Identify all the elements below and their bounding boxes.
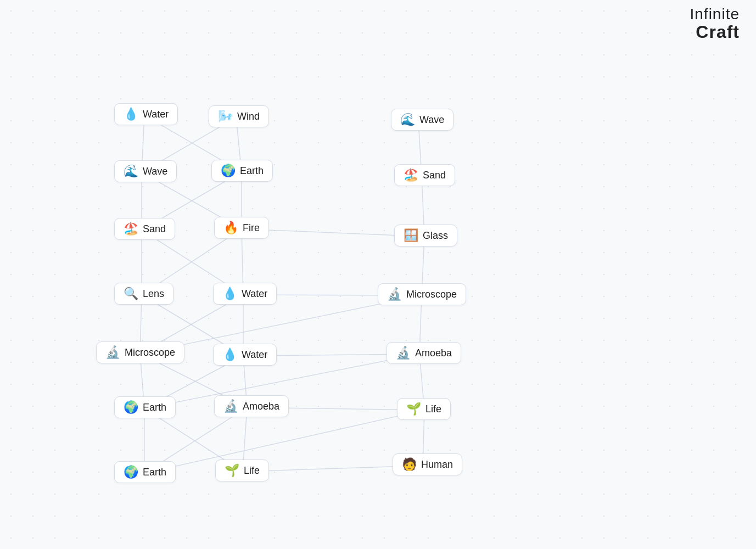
element-card-water1[interactable]: 💧Water [114, 103, 178, 125]
element-icon-wind1: 🌬️ [218, 110, 233, 122]
element-icon-human1: 🧑 [402, 458, 417, 470]
element-card-amoeba1[interactable]: 🔬Amoeba [214, 395, 289, 417]
element-icon-glass1: 🪟 [404, 229, 418, 242]
element-icon-earth3: 🌍 [124, 466, 138, 478]
element-card-life1[interactable]: 🌱Life [215, 460, 269, 481]
element-label-amoeba2: Amoeba [415, 348, 452, 359]
element-card-earth2[interactable]: 🌍Earth [114, 396, 176, 418]
logo-infinite: Infinite [690, 5, 740, 23]
element-label-water3: Water [242, 349, 267, 361]
element-label-water2: Water [242, 288, 267, 300]
element-card-wave1[interactable]: 🌊Wave [114, 160, 177, 182]
element-icon-microscope2: 🔬 [387, 288, 402, 300]
element-icon-wave1: 🌊 [124, 165, 138, 177]
element-icon-earth1: 🌍 [221, 165, 236, 177]
element-icon-life1: 🌱 [225, 464, 239, 477]
element-label-earth3: Earth [143, 467, 166, 478]
element-label-wind1: Wind [237, 111, 260, 122]
element-label-amoeba1: Amoeba [243, 401, 279, 412]
element-card-wave2[interactable]: 🌊Wave [391, 109, 453, 131]
element-label-wave1: Wave [143, 166, 167, 177]
element-label-fire1: Fire [243, 222, 260, 234]
element-icon-wave2: 🌊 [400, 114, 415, 126]
element-card-microscope1[interactable]: 🔬Microscope [96, 341, 184, 363]
element-card-life2[interactable]: 🌱Life [397, 398, 451, 420]
element-icon-earth2: 🌍 [124, 401, 138, 413]
element-label-earth1: Earth [240, 165, 264, 177]
element-card-earth1[interactable]: 🌍Earth [211, 160, 273, 182]
element-label-wave2: Wave [419, 114, 444, 126]
element-card-human1[interactable]: 🧑Human [393, 453, 462, 475]
element-card-lens1[interactable]: 🔍Lens [114, 283, 173, 305]
element-label-earth2: Earth [143, 402, 166, 413]
element-icon-amoeba2: 🔬 [396, 347, 411, 359]
element-label-sand1: Sand [143, 223, 166, 235]
element-icon-life2: 🌱 [406, 403, 421, 415]
element-card-earth3[interactable]: 🌍Earth [114, 461, 176, 483]
element-label-life1: Life [244, 465, 260, 477]
logo-craft: Craft [690, 23, 740, 41]
element-icon-amoeba1: 🔬 [223, 400, 238, 412]
element-card-sand1[interactable]: 🏖️Sand [114, 218, 175, 240]
element-label-life2: Life [425, 404, 441, 415]
app-logo: Infinite Craft [690, 5, 740, 41]
element-card-sand2[interactable]: 🏖️Sand [394, 164, 455, 186]
element-label-sand2: Sand [423, 170, 446, 181]
element-card-amoeba2[interactable]: 🔬Amoeba [387, 342, 461, 364]
element-icon-sand1: 🏖️ [124, 223, 138, 235]
element-icon-water2: 💧 [222, 288, 237, 300]
element-label-human1: Human [421, 459, 453, 470]
element-card-microscope2[interactable]: 🔬Microscope [378, 283, 466, 305]
element-icon-water1: 💧 [124, 108, 138, 120]
element-icon-sand2: 🏖️ [404, 169, 418, 181]
connection-earth3-life2 [144, 410, 424, 473]
element-icon-microscope1: 🔬 [105, 346, 120, 358]
element-card-fire1[interactable]: 🔥Fire [214, 217, 269, 239]
element-label-microscope2: Microscope [406, 289, 457, 300]
element-icon-lens1: 🔍 [124, 288, 138, 300]
element-icon-fire1: 🔥 [223, 222, 238, 234]
element-card-water2[interactable]: 💧Water [213, 283, 277, 305]
element-icon-water3: 💧 [222, 349, 237, 361]
element-card-water3[interactable]: 💧Water [213, 344, 277, 366]
element-label-microscope1: Microscope [125, 347, 175, 358]
element-label-glass1: Glass [423, 230, 448, 242]
element-label-water1: Water [143, 109, 169, 120]
element-card-wind1[interactable]: 🌬️Wind [209, 105, 269, 127]
element-label-lens1: Lens [143, 288, 164, 300]
element-card-glass1[interactable]: 🪟Glass [394, 225, 457, 247]
